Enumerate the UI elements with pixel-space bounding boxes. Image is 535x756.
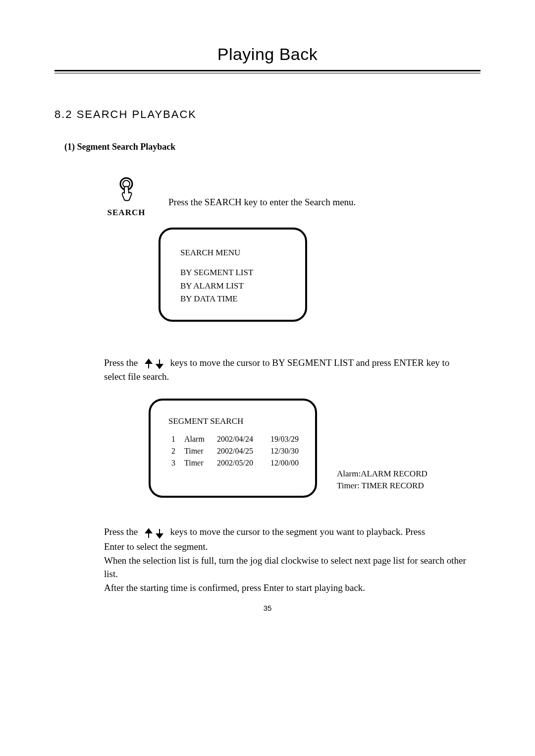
seg-idx: 3 (168, 457, 175, 469)
seg-type: Timer (184, 457, 208, 469)
up-down-arrows-icon (143, 525, 165, 540)
seg-type: Timer (184, 445, 208, 457)
page-number: 35 (0, 604, 535, 612)
seg-date: 2002/05/20 (217, 457, 262, 469)
instr2-mid: keys to move the cursor to the segment y… (170, 526, 425, 537)
table-row: 3 Timer 2002/05/20 12/00/00 (168, 457, 315, 469)
seg-type: Alarm (184, 433, 208, 445)
seg-time: 19/03/29 (270, 433, 305, 445)
legend-alarm: Alarm:ALARM RECORD (337, 468, 428, 480)
table-row: 2 Timer 2002/04/25 12/30/30 (168, 445, 315, 457)
seg-date: 2002/04/25 (217, 445, 262, 457)
seg-idx: 1 (168, 433, 175, 445)
segment-search-title: SEGMENT SEARCH (168, 416, 315, 426)
instr1-pre: Press the (104, 357, 140, 368)
search-menu-title: SEARCH MENU (180, 246, 305, 259)
instruction-2: Press the keys to move the cursor to the… (104, 525, 481, 594)
page-title: Playing Back (54, 45, 481, 64)
table-row: 1 Alarm 2002/04/24 19/03/29 (168, 433, 315, 445)
seg-time: 12/00/00 (270, 457, 305, 469)
segment-search-box: SEGMENT SEARCH 1 Alarm 2002/04/24 19/03/… (149, 399, 317, 498)
title-rule (54, 70, 481, 73)
section-heading: 8.2 SEARCH PLAYBACK (54, 108, 481, 121)
up-down-arrows-icon (143, 357, 165, 371)
search-instruction: Press the SEARCH key to enter the Search… (168, 197, 356, 208)
instr1-line2: select file search. (104, 371, 169, 382)
search-key-label: SEARCH (107, 208, 146, 218)
search-menu-box: SEARCH MENU BY SEGMENT LIST BY ALARM LIS… (159, 228, 307, 322)
search-menu-item: BY DATA TIME (180, 292, 305, 305)
press-hand-icon (112, 177, 140, 205)
seg-time: 12/30/30 (270, 445, 305, 457)
instr2-line4: After the starting time is confirmed, pr… (104, 581, 481, 595)
subsection-label: (1) Segment Search Playback (64, 142, 481, 152)
instr2-line3: When the selection list is full, turn th… (104, 554, 481, 581)
instr2-pre: Press the (104, 526, 140, 537)
instr2-line2: Enter to select the segment. (104, 540, 481, 554)
search-menu-item: BY SEGMENT LIST (180, 266, 305, 279)
legend-timer: Timer: TIMER RECORD (337, 480, 428, 492)
instr1-mid: keys to move the cursor to BY SEGMENT LI… (170, 357, 450, 368)
segment-legend: Alarm:ALARM RECORD Timer: TIMER RECORD (337, 468, 428, 492)
seg-idx: 2 (168, 445, 175, 457)
instruction-1: Press the keys to move the cursor to BY … (104, 356, 481, 384)
search-menu-item: BY ALARM LIST (180, 280, 305, 292)
seg-date: 2002/04/24 (217, 433, 262, 445)
